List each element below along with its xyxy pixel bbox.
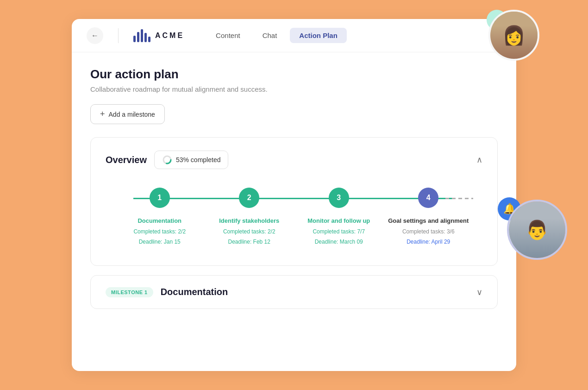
nav-action-plan[interactable]: Action Plan bbox=[290, 28, 347, 43]
page-subtitle: Collaborative roadmap for mutual alignme… bbox=[90, 85, 498, 93]
milestone-label-2: Identify stakeholders bbox=[219, 217, 279, 224]
main-card: ← ACME Content Chat Action Plan Our ac bbox=[72, 19, 516, 371]
milestone-label-3: Monitor and follow up bbox=[307, 217, 370, 224]
milestone-circle-1: 1 bbox=[150, 188, 170, 208]
logo-bar-4 bbox=[144, 33, 147, 42]
overview-header: Overview 53% completed ∧ bbox=[106, 151, 482, 169]
outer-wrapper: ✓ 👩 🔔 👨 ← bbox=[16, 14, 572, 376]
milestone-meta-3: Completed tasks: 7/7 Deadline: March 09 bbox=[313, 227, 365, 247]
nav-divider bbox=[118, 28, 119, 43]
overview-title: Overview bbox=[106, 155, 147, 165]
timeline: 1 Documentation Completed tasks: 2/2 Dea… bbox=[106, 188, 482, 247]
page-title: Our action plan bbox=[90, 67, 498, 82]
add-milestone-label: Add a milestone bbox=[109, 111, 155, 118]
milestone-number-2: 2 bbox=[247, 194, 251, 202]
milestone-meta-1: Completed tasks: 2/2 Deadline: Jan 15 bbox=[133, 227, 186, 247]
logo-area: ACME bbox=[133, 29, 184, 42]
avatar-man: 👨 bbox=[507, 200, 567, 260]
milestone-section-header: MILESTONE 1 Documentation ∨ bbox=[106, 287, 482, 297]
plus-icon: + bbox=[100, 109, 105, 119]
logo-icon bbox=[133, 29, 150, 42]
milestone-badge: MILESTONE 1 bbox=[106, 287, 153, 297]
logo-bar-2 bbox=[137, 32, 139, 42]
progress-label: 53% completed bbox=[176, 156, 221, 164]
nav-links: Content Chat Action Plan bbox=[206, 28, 347, 43]
milestone-item-4[interactable]: 4 Goal settings and alignment Completed … bbox=[384, 188, 474, 247]
milestone-deadline-3: Deadline: March 09 bbox=[313, 237, 365, 247]
milestone-number-4: 4 bbox=[426, 194, 431, 202]
milestone-deadline-2: Deadline: Feb 12 bbox=[223, 237, 275, 247]
milestone-section-title: Documentation bbox=[161, 287, 228, 297]
progress-badge: 53% completed bbox=[154, 151, 229, 169]
milestone-tasks-2: Completed tasks: 2/2 bbox=[223, 227, 275, 237]
milestone-tasks-3: Completed tasks: 7/7 bbox=[313, 227, 365, 237]
milestone-item-2[interactable]: 2 Identify stakeholders Completed tasks:… bbox=[205, 188, 294, 247]
milestone-number-1: 1 bbox=[157, 194, 162, 202]
milestone-number-3: 3 bbox=[337, 194, 341, 202]
milestone-tasks-4: Completed tasks: 3/6 bbox=[402, 227, 455, 237]
milestone-label-4: Goal settings and alignment bbox=[388, 217, 469, 224]
milestone-deadline-4: Deadline: April 29 bbox=[402, 237, 455, 247]
milestone-item-1[interactable]: 1 Documentation Completed tasks: 2/2 Dea… bbox=[115, 188, 205, 247]
milestone-item-3[interactable]: 3 Monitor and follow up Completed tasks:… bbox=[294, 188, 384, 247]
milestone-circle-2: 2 bbox=[239, 188, 259, 208]
milestone-label-1: Documentation bbox=[138, 217, 181, 224]
milestone-tasks-1: Completed tasks: 2/2 bbox=[133, 227, 186, 237]
content-area: Our action plan Collaborative roadmap fo… bbox=[72, 52, 516, 371]
milestone-circle-3: 3 bbox=[329, 188, 349, 208]
add-milestone-button[interactable]: + Add a milestone bbox=[90, 104, 165, 124]
logo-bar-1 bbox=[133, 36, 136, 42]
nav-bar: ← ACME Content Chat Action Plan bbox=[72, 19, 516, 52]
nav-chat[interactable]: Chat bbox=[253, 28, 287, 43]
milestone-circle-4: 4 bbox=[418, 188, 438, 208]
avatar-woman: 👩 bbox=[488, 10, 539, 61]
milestone-section: MILESTONE 1 Documentation ∨ bbox=[90, 275, 498, 309]
milestone-meta-4: Completed tasks: 3/6 Deadline: April 29 bbox=[402, 227, 455, 247]
back-button[interactable]: ← bbox=[87, 27, 103, 44]
logo-bar-3 bbox=[141, 29, 143, 42]
chevron-up-icon[interactable]: ∧ bbox=[476, 155, 482, 165]
logo-bar-5 bbox=[148, 37, 150, 42]
overview-card: Overview 53% completed ∧ bbox=[90, 137, 498, 266]
chevron-down-icon[interactable]: ∨ bbox=[476, 287, 482, 297]
milestone-deadline-1: Deadline: Jan 15 bbox=[133, 237, 186, 247]
logo-text: ACME bbox=[155, 31, 184, 40]
milestone-meta-2: Completed tasks: 2/2 Deadline: Feb 12 bbox=[223, 227, 275, 247]
progress-donut-icon bbox=[162, 155, 172, 165]
nav-content[interactable]: Content bbox=[206, 28, 250, 43]
